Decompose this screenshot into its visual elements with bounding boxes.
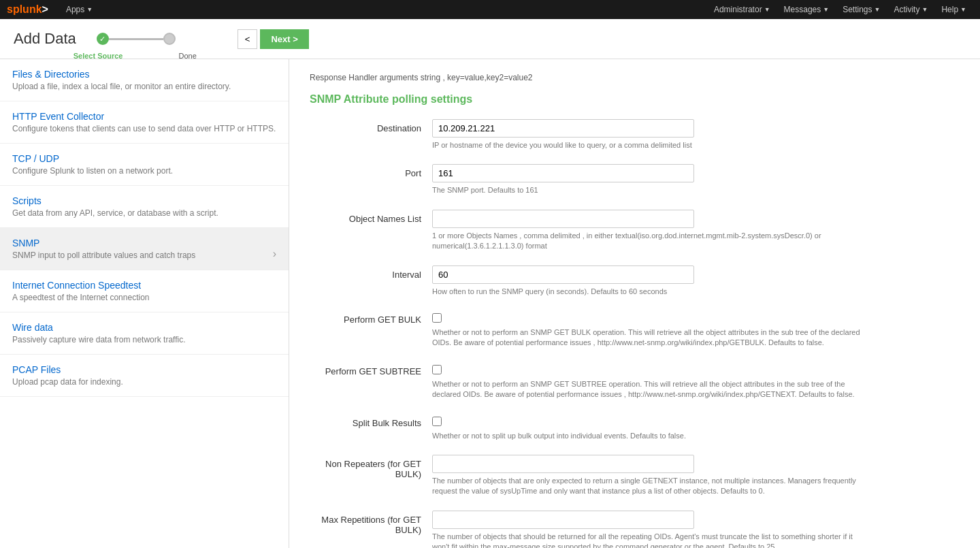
max-repetitions-field: The number of objects that should be ret… bbox=[432, 511, 960, 548]
sidebar-item-snmp[interactable]: SNMP SNMP input to poll attribute values… bbox=[0, 228, 289, 270]
split-bulk-hint: Whether or not to split up bulk output i… bbox=[432, 431, 868, 441]
form-row-get-subtree: Perform GET SUBTREE Whether or not to pe… bbox=[310, 362, 960, 400]
object-names-input[interactable] bbox=[432, 210, 694, 228]
step1-check-icon: ✓ bbox=[99, 35, 105, 44]
non-repeaters-field: The number of objects that are only expe… bbox=[432, 455, 960, 497]
page-title: Add Data bbox=[14, 30, 76, 48]
step1-circle: ✓ bbox=[97, 33, 109, 45]
interval-label: Interval bbox=[310, 265, 432, 280]
object-names-hint: 1 or more Objects Names , comma delimite… bbox=[432, 231, 868, 252]
form-row-port: Port The SNMP port. Defaults to 161 bbox=[310, 164, 960, 195]
snmp-section-title: SNMP Attribute polling settings bbox=[310, 93, 960, 106]
non-repeaters-input[interactable] bbox=[432, 455, 694, 473]
settings-chevron-icon: ▼ bbox=[875, 6, 881, 13]
get-subtree-checkbox[interactable] bbox=[432, 365, 442, 374]
sidebar-item-http-event-collector[interactable]: HTTP Event Collector Configure tokens th… bbox=[0, 101, 289, 144]
splunk-logo-chevron: > bbox=[42, 3, 48, 16]
form-row-get-bulk: Perform GET BULK Whether or not to perfo… bbox=[310, 310, 960, 349]
main-layout: Files & Directories Upload a file, index… bbox=[0, 59, 980, 548]
sidebar: Files & Directories Upload a file, index… bbox=[0, 59, 289, 548]
max-repetitions-input[interactable] bbox=[432, 511, 694, 529]
split-bulk-checkbox[interactable] bbox=[432, 417, 442, 426]
non-repeaters-hint: The number of objects that are only expe… bbox=[432, 476, 868, 497]
content-area: Response Handler arguments string , key=… bbox=[289, 59, 980, 548]
interval-input[interactable] bbox=[432, 265, 694, 284]
destination-input[interactable] bbox=[432, 119, 694, 138]
wizard-navigation: < Next > bbox=[238, 29, 309, 49]
response-handler-note: Response Handler arguments string , key=… bbox=[310, 73, 960, 82]
port-field: The SNMP port. Defaults to 161 bbox=[432, 164, 960, 195]
sidebar-item-http-title: HTTP Event Collector bbox=[12, 111, 276, 122]
destination-hint: IP or hostname of the device you would l… bbox=[432, 140, 868, 150]
sidebar-item-scripts-title: Scripts bbox=[12, 195, 276, 206]
sidebar-item-pcap-files[interactable]: PCAP Files Upload pcap data for indexing… bbox=[0, 355, 289, 397]
apps-chevron-icon: ▼ bbox=[86, 6, 93, 13]
non-repeaters-label: Non Repeaters (for GET BULK) bbox=[310, 455, 432, 479]
nav-item-help[interactable]: Help ▼ bbox=[934, 0, 973, 19]
sidebar-item-wire-title: Wire data bbox=[12, 322, 276, 333]
splunk-logo: splunk> bbox=[7, 3, 48, 16]
sidebar-item-pcap-title: PCAP Files bbox=[12, 364, 276, 375]
destination-label: Destination bbox=[310, 119, 432, 133]
split-bulk-field: Whether or not to split up bulk output i… bbox=[432, 414, 960, 441]
step-connector-line bbox=[109, 38, 163, 40]
form-row-non-repeaters: Non Repeaters (for GET BULK) The number … bbox=[310, 455, 960, 497]
max-repetitions-hint: The number of objects that should be ret… bbox=[432, 532, 868, 548]
activity-chevron-icon: ▼ bbox=[921, 6, 928, 13]
get-subtree-field: Whether or not to perform an SNMP GET SU… bbox=[432, 362, 960, 400]
max-repetitions-label: Max Repetitions (for GET BULK) bbox=[310, 511, 432, 535]
sidebar-item-http-desc: Configure tokens that clients can use to… bbox=[12, 124, 276, 133]
sidebar-item-files-directories-desc: Upload a file, index a local file, or mo… bbox=[12, 82, 276, 91]
form-row-destination: Destination IP or hostname of the device… bbox=[310, 119, 960, 150]
sidebar-item-tcp-desc: Configure Splunk to listen on a network … bbox=[12, 166, 276, 176]
nav-item-activity[interactable]: Activity ▼ bbox=[887, 0, 934, 19]
sidebar-item-wire-data[interactable]: Wire data Passively capture wire data fr… bbox=[0, 312, 289, 355]
form-row-object-names: Object Names List 1 or more Objects Name… bbox=[310, 210, 960, 252]
port-hint: The SNMP port. Defaults to 161 bbox=[432, 185, 868, 195]
wizard-steps: ✓ bbox=[97, 33, 176, 45]
header-bar: Add Data ✓ Select Source Done < Next > bbox=[0, 19, 980, 59]
sidebar-item-snmp-desc: SNMP input to poll attribute values and … bbox=[12, 251, 276, 260]
sidebar-item-speedtest-title: Internet Connection Speedtest bbox=[12, 280, 276, 291]
interval-hint: How often to run the SNMP query (in seco… bbox=[432, 287, 868, 297]
form-row-max-repetitions: Max Repetitions (for GET BULK) The numbe… bbox=[310, 511, 960, 548]
nav-item-apps[interactable]: Apps ▼ bbox=[59, 0, 99, 19]
snmp-arrow-icon: › bbox=[273, 248, 276, 260]
sidebar-item-speedtest-desc: A speedtest of the Internet connection bbox=[12, 293, 276, 302]
get-subtree-label: Perform GET SUBTREE bbox=[310, 362, 432, 376]
get-bulk-field: Whether or not to perform an SNMP GET BU… bbox=[432, 310, 960, 349]
sidebar-item-wire-desc: Passively capture wire data from network… bbox=[12, 335, 276, 344]
sidebar-item-files-directories-title: Files & Directories bbox=[12, 69, 276, 80]
nav-item-settings[interactable]: Settings ▼ bbox=[836, 0, 887, 19]
sidebar-item-tcp-udp[interactable]: TCP / UDP Configure Splunk to listen on … bbox=[0, 144, 289, 186]
next-button[interactable]: Next > bbox=[260, 29, 308, 49]
sidebar-item-snmp-title: SNMP bbox=[12, 238, 276, 248]
get-bulk-checkbox[interactable] bbox=[432, 313, 442, 323]
sidebar-item-speedtest[interactable]: Internet Connection Speedtest A speedtes… bbox=[0, 270, 289, 312]
sidebar-item-pcap-desc: Upload pcap data for indexing. bbox=[12, 377, 276, 387]
split-bulk-label: Split Bulk Results bbox=[310, 414, 432, 428]
help-chevron-icon: ▼ bbox=[960, 6, 966, 13]
port-input[interactable] bbox=[432, 164, 694, 182]
destination-field: IP or hostname of the device you would l… bbox=[432, 119, 960, 150]
sidebar-item-files-directories[interactable]: Files & Directories Upload a file, index… bbox=[0, 59, 289, 101]
object-names-field: 1 or more Objects Names , comma delimite… bbox=[432, 210, 960, 252]
interval-field: How often to run the SNMP query (in seco… bbox=[432, 265, 960, 297]
sidebar-item-scripts[interactable]: Scripts Get data from any API, service, … bbox=[0, 186, 289, 228]
form-row-interval: Interval How often to run the SNMP query… bbox=[310, 265, 960, 297]
nav-item-administrator[interactable]: Administrator ▼ bbox=[707, 0, 777, 19]
messages-chevron-icon: ▼ bbox=[823, 6, 829, 13]
step2-circle bbox=[163, 33, 176, 45]
form-row-split-bulk: Split Bulk Results Whether or not to spl… bbox=[310, 414, 960, 441]
prev-button[interactable]: < bbox=[238, 29, 258, 49]
get-bulk-hint: Whether or not to perform an SNMP GET BU… bbox=[432, 327, 868, 349]
nav-item-messages[interactable]: Messages ▼ bbox=[777, 0, 836, 19]
get-subtree-hint: Whether or not to perform an SNMP GET SU… bbox=[432, 379, 868, 400]
administrator-chevron-icon: ▼ bbox=[764, 6, 770, 13]
get-bulk-label: Perform GET BULK bbox=[310, 310, 432, 325]
object-names-label: Object Names List bbox=[310, 210, 432, 224]
sidebar-item-scripts-desc: Get data from any API, service, or datab… bbox=[12, 208, 276, 218]
port-label: Port bbox=[310, 164, 432, 178]
top-navigation: splunk> Apps ▼ Administrator ▼ Messages … bbox=[0, 0, 980, 19]
sidebar-item-tcp-title: TCP / UDP bbox=[12, 153, 276, 164]
